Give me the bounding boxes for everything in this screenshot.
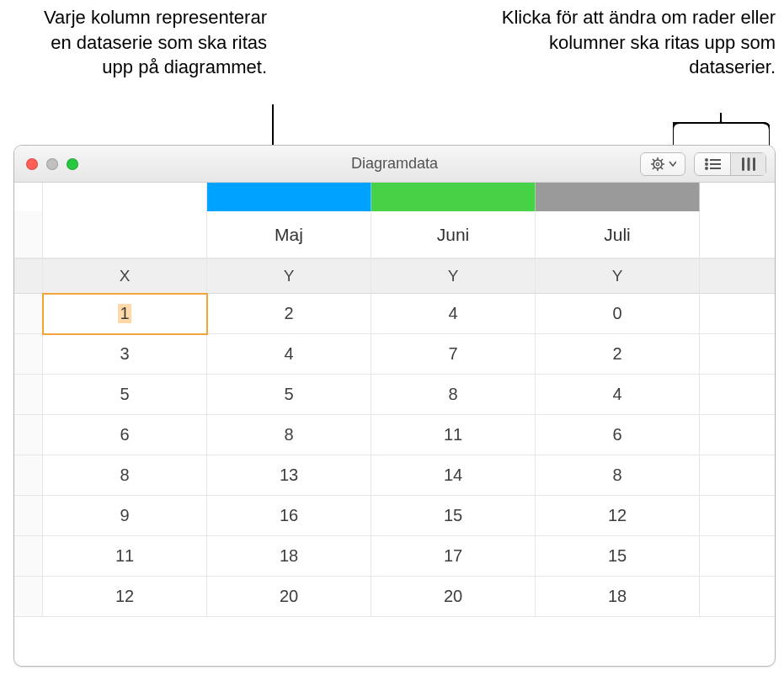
svg-rect-13 [710,163,721,165]
row-stub-4 [14,455,43,496]
plot-rows-button[interactable] [695,153,730,175]
svg-line-5 [653,159,655,162]
data-cell-0-1[interactable]: 4 [371,294,536,334]
data-cell-x-5[interactable]: 9 [43,496,207,536]
axis-x-header[interactable]: X [43,258,207,294]
svg-rect-15 [710,168,721,169]
chevron-down-icon [669,162,676,166]
svg-rect-17 [747,157,749,171]
window-zoom-button[interactable] [67,158,78,170]
svg-point-10 [705,158,708,162]
data-cell-1-1[interactable]: 7 [371,334,536,375]
svg-point-14 [705,167,708,170]
axis-y-header-0[interactable]: Y [207,258,371,294]
data-cell-x-1[interactable]: 3 [43,334,207,375]
svg-rect-18 [753,157,755,171]
series-color-2[interactable] [536,183,700,211]
data-cell-1-0[interactable]: 4 [207,334,371,375]
data-cell-trailing-6[interactable] [700,536,775,577]
month-header-0[interactable]: Maj [207,211,371,258]
data-cell-trailing-2[interactable] [700,375,775,415]
gear-icon [649,157,676,171]
data-cell-1-2[interactable]: 2 [536,334,700,375]
color-strip-blank [43,183,207,211]
svg-line-8 [661,159,664,162]
chart-data-window: Diagramdata [13,145,776,667]
rows-icon [704,158,721,170]
data-cell-6-1[interactable]: 17 [371,536,536,577]
data-cell-trailing-0[interactable] [700,294,775,334]
data-cell-4-0[interactable]: 13 [207,455,371,496]
data-cell-7-0[interactable]: 20 [207,577,371,617]
data-cell-trailing-5[interactable] [700,496,775,536]
callout-column-series: Varje kolumn representerar en dataserie … [27,5,267,80]
data-cell-7-2[interactable]: 18 [536,577,700,617]
row-stub-5 [14,496,43,536]
data-cell-0-0[interactable]: 2 [207,294,371,334]
axis-y-header-1[interactable]: Y [371,258,536,294]
row-stub-1 [14,334,43,375]
callout-right-bracket [673,113,770,148]
data-table[interactable]: MajJuniJuliXYYY1240347255846811681314891… [14,183,775,666]
row-stub [14,211,43,258]
svg-line-7 [653,167,655,169]
window-close-button[interactable] [26,158,38,170]
data-cell-5-1[interactable]: 15 [371,496,536,536]
data-cell-trailing-3[interactable] [700,415,775,455]
data-cell-trailing-4[interactable] [700,455,775,496]
axis-y-header-2[interactable]: Y [536,258,700,294]
data-cell-2-1[interactable]: 8 [371,375,536,415]
month-head-trailing[interactable] [700,211,775,258]
svg-point-9 [656,162,659,165]
data-cell-x-0[interactable]: 1 [43,294,207,334]
color-strip-trailing [700,183,775,211]
axis-head-trailing[interactable] [700,258,775,294]
data-cell-7-1[interactable]: 20 [371,577,536,617]
callout-toggle-series: Klicka för att ändra om rader eller kolu… [464,5,776,80]
data-cell-3-0[interactable]: 8 [207,415,371,455]
data-cell-5-0[interactable]: 16 [207,496,371,536]
table-corner [14,183,43,211]
plot-columns-button[interactable] [730,153,765,175]
data-cell-3-2[interactable]: 6 [536,415,700,455]
data-cell-x-3[interactable]: 6 [43,415,207,455]
row-stub-6 [14,536,43,577]
columns-icon [741,157,756,171]
svg-point-12 [705,162,708,166]
data-cell-x-6[interactable]: 11 [43,536,207,577]
data-cell-x-2[interactable]: 5 [43,375,207,415]
data-cell-trailing-7[interactable] [700,577,775,617]
series-color-1[interactable] [371,183,536,211]
data-cell-0-2[interactable]: 0 [536,294,700,334]
series-color-0[interactable] [207,183,371,211]
month-header-2[interactable]: Juli [536,211,700,258]
axis-stub [14,258,43,294]
row-stub-0 [14,294,43,334]
window-titlebar: Diagramdata [14,146,775,183]
svg-rect-16 [742,157,744,171]
data-cell-4-1[interactable]: 14 [371,455,536,496]
svg-rect-11 [710,159,721,161]
row-stub-7 [14,577,43,617]
data-cell-trailing-1[interactable] [700,334,775,375]
settings-menu-button[interactable] [640,152,685,176]
month-header-1[interactable]: Juni [371,211,536,258]
data-cell-2-2[interactable]: 4 [536,375,700,415]
series-orientation-toggle [694,152,766,176]
data-cell-2-0[interactable]: 5 [207,375,371,415]
data-cell-5-2[interactable]: 12 [536,496,700,536]
window-traffic-lights [26,158,78,170]
data-cell-3-1[interactable]: 11 [371,415,536,455]
month-head-blank[interactable] [43,211,207,258]
row-stub-3 [14,415,43,455]
row-stub-2 [14,375,43,415]
data-cell-x-4[interactable]: 8 [43,455,207,496]
data-cell-6-0[interactable]: 18 [207,536,371,577]
toolbar-right [640,152,766,176]
data-cell-x-7[interactable]: 12 [43,577,207,617]
data-cell-4-2[interactable]: 8 [536,455,700,496]
svg-line-6 [661,167,664,169]
window-minimize-button[interactable] [46,158,58,170]
data-cell-6-2[interactable]: 15 [536,536,700,577]
